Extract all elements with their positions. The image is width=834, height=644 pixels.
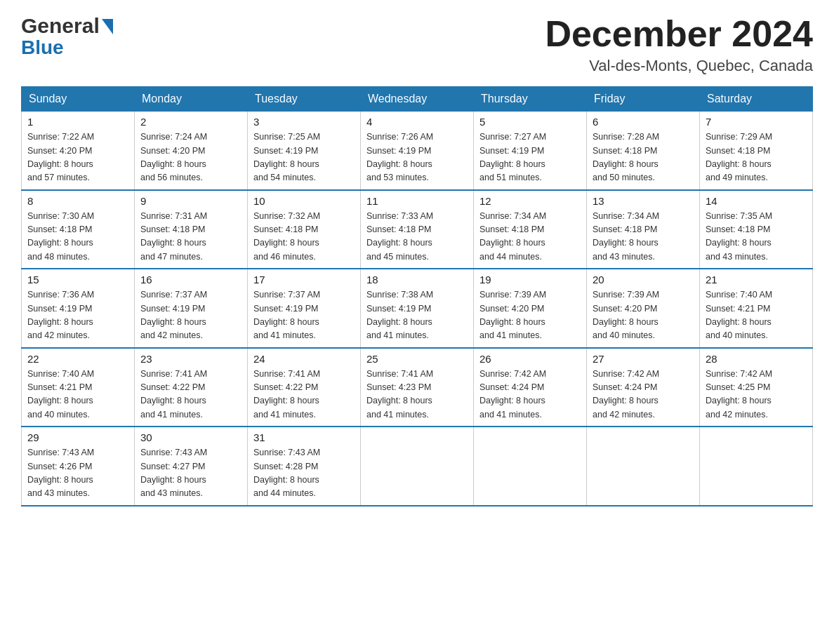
day-info: Sunrise: 7:40 AMSunset: 4:21 PMDaylight:… [27, 368, 128, 422]
day-number: 14 [706, 195, 807, 207]
calendar-cell: 7 Sunrise: 7:29 AMSunset: 4:18 PMDayligh… [700, 112, 813, 190]
day-info: Sunrise: 7:36 AMSunset: 4:19 PMDaylight:… [27, 288, 128, 343]
calendar-week-4: 22 Sunrise: 7:40 AMSunset: 4:21 PMDaylig… [22, 348, 813, 427]
day-info: Sunrise: 7:41 AMSunset: 4:22 PMDaylight:… [253, 368, 355, 422]
calendar-header: SundayMondayTuesdayWednesdayThursdayFrid… [22, 87, 813, 112]
day-info: Sunrise: 7:42 AMSunset: 4:24 PMDaylight:… [593, 368, 694, 422]
day-info: Sunrise: 7:37 AMSunset: 4:19 PMDaylight:… [253, 288, 355, 343]
calendar-cell [474, 427, 587, 506]
day-number: 15 [27, 274, 128, 286]
day-info: Sunrise: 7:42 AMSunset: 4:25 PMDaylight:… [706, 368, 807, 422]
day-number: 29 [27, 431, 128, 443]
calendar-week-1: 1 Sunrise: 7:22 AMSunset: 4:20 PMDayligh… [22, 112, 813, 190]
calendar-cell: 4 Sunrise: 7:26 AMSunset: 4:19 PMDayligh… [361, 112, 474, 190]
header-row: SundayMondayTuesdayWednesdayThursdayFrid… [22, 87, 813, 112]
day-number: 10 [253, 195, 355, 207]
logo-general: General [21, 14, 100, 38]
calendar-cell: 18 Sunrise: 7:38 AMSunset: 4:19 PMDaylig… [361, 269, 474, 348]
day-info: Sunrise: 7:40 AMSunset: 4:21 PMDaylight:… [706, 288, 807, 343]
day-info: Sunrise: 7:41 AMSunset: 4:22 PMDaylight:… [140, 368, 241, 422]
day-info: Sunrise: 7:43 AMSunset: 4:28 PMDaylight:… [253, 446, 355, 501]
calendar-cell: 17 Sunrise: 7:37 AMSunset: 4:19 PMDaylig… [248, 269, 361, 348]
calendar-cell: 6 Sunrise: 7:28 AMSunset: 4:18 PMDayligh… [587, 112, 700, 190]
day-number: 20 [593, 274, 694, 286]
day-info: Sunrise: 7:33 AMSunset: 4:18 PMDaylight:… [366, 210, 468, 264]
day-number: 13 [593, 195, 694, 207]
day-number: 1 [27, 116, 128, 128]
day-info: Sunrise: 7:25 AMSunset: 4:19 PMDaylight:… [253, 130, 355, 185]
calendar-cell: 3 Sunrise: 7:25 AMSunset: 4:19 PMDayligh… [248, 112, 361, 190]
day-info: Sunrise: 7:43 AMSunset: 4:26 PMDaylight:… [27, 446, 128, 501]
calendar-cell: 24 Sunrise: 7:41 AMSunset: 4:22 PMDaylig… [248, 348, 361, 427]
day-info: Sunrise: 7:26 AMSunset: 4:19 PMDaylight:… [366, 130, 468, 185]
day-info: Sunrise: 7:22 AMSunset: 4:20 PMDaylight:… [27, 130, 128, 185]
header-day-thursday: Thursday [474, 87, 587, 112]
day-info: Sunrise: 7:34 AMSunset: 4:18 PMDaylight:… [479, 210, 581, 264]
day-number: 24 [253, 353, 355, 365]
day-number: 19 [479, 274, 581, 286]
title-block: December 2024 Val-des-Monts, Quebec, Can… [545, 14, 813, 75]
calendar-cell: 9 Sunrise: 7:31 AMSunset: 4:18 PMDayligh… [135, 190, 248, 269]
day-info: Sunrise: 7:34 AMSunset: 4:18 PMDaylight:… [593, 210, 694, 264]
calendar-cell [587, 427, 700, 506]
calendar-cell: 1 Sunrise: 7:22 AMSunset: 4:20 PMDayligh… [22, 112, 135, 190]
calendar-cell: 5 Sunrise: 7:27 AMSunset: 4:19 PMDayligh… [474, 112, 587, 190]
calendar-cell: 16 Sunrise: 7:37 AMSunset: 4:19 PMDaylig… [135, 269, 248, 348]
day-number: 4 [366, 116, 468, 128]
calendar-cell: 21 Sunrise: 7:40 AMSunset: 4:21 PMDaylig… [700, 269, 813, 348]
logo: General Blue [21, 14, 113, 59]
calendar-body: 1 Sunrise: 7:22 AMSunset: 4:20 PMDayligh… [22, 112, 813, 506]
calendar-cell: 23 Sunrise: 7:41 AMSunset: 4:22 PMDaylig… [135, 348, 248, 427]
day-info: Sunrise: 7:39 AMSunset: 4:20 PMDaylight:… [593, 288, 694, 343]
calendar-cell: 15 Sunrise: 7:36 AMSunset: 4:19 PMDaylig… [22, 269, 135, 348]
day-info: Sunrise: 7:43 AMSunset: 4:27 PMDaylight:… [140, 446, 241, 501]
day-number: 16 [140, 274, 241, 286]
location: Val-des-Monts, Quebec, Canada [545, 57, 813, 75]
header-day-wednesday: Wednesday [361, 87, 474, 112]
day-info: Sunrise: 7:24 AMSunset: 4:20 PMDaylight:… [140, 130, 241, 185]
day-number: 26 [479, 353, 581, 365]
day-number: 7 [706, 116, 807, 128]
month-title: December 2024 [545, 14, 813, 54]
calendar-cell: 13 Sunrise: 7:34 AMSunset: 4:18 PMDaylig… [587, 190, 700, 269]
page-header: General Blue December 2024 Val-des-Monts… [21, 14, 813, 75]
calendar-table: SundayMondayTuesdayWednesdayThursdayFrid… [21, 86, 813, 507]
day-info: Sunrise: 7:38 AMSunset: 4:19 PMDaylight:… [366, 288, 468, 343]
day-info: Sunrise: 7:35 AMSunset: 4:18 PMDaylight:… [706, 210, 807, 264]
day-number: 8 [27, 195, 128, 207]
day-number: 2 [140, 116, 241, 128]
header-day-saturday: Saturday [700, 87, 813, 112]
calendar-cell: 28 Sunrise: 7:42 AMSunset: 4:25 PMDaylig… [700, 348, 813, 427]
calendar-cell: 26 Sunrise: 7:42 AMSunset: 4:24 PMDaylig… [474, 348, 587, 427]
day-number: 17 [253, 274, 355, 286]
calendar-cell: 20 Sunrise: 7:39 AMSunset: 4:20 PMDaylig… [587, 269, 700, 348]
day-number: 30 [140, 431, 241, 443]
header-day-friday: Friday [587, 87, 700, 112]
calendar-cell: 14 Sunrise: 7:35 AMSunset: 4:18 PMDaylig… [700, 190, 813, 269]
calendar-cell: 8 Sunrise: 7:30 AMSunset: 4:18 PMDayligh… [22, 190, 135, 269]
day-number: 5 [479, 116, 581, 128]
logo-arrow-icon [102, 19, 113, 34]
calendar-cell: 2 Sunrise: 7:24 AMSunset: 4:20 PMDayligh… [135, 112, 248, 190]
day-number: 22 [27, 353, 128, 365]
header-day-monday: Monday [135, 87, 248, 112]
calendar-cell [361, 427, 474, 506]
day-info: Sunrise: 7:30 AMSunset: 4:18 PMDaylight:… [27, 210, 128, 264]
day-number: 18 [366, 274, 468, 286]
calendar-cell: 10 Sunrise: 7:32 AMSunset: 4:18 PMDaylig… [248, 190, 361, 269]
calendar-week-3: 15 Sunrise: 7:36 AMSunset: 4:19 PMDaylig… [22, 269, 813, 348]
calendar-cell: 30 Sunrise: 7:43 AMSunset: 4:27 PMDaylig… [135, 427, 248, 506]
day-info: Sunrise: 7:37 AMSunset: 4:19 PMDaylight:… [140, 288, 241, 343]
calendar-cell: 11 Sunrise: 7:33 AMSunset: 4:18 PMDaylig… [361, 190, 474, 269]
day-info: Sunrise: 7:41 AMSunset: 4:23 PMDaylight:… [366, 368, 468, 422]
day-number: 9 [140, 195, 241, 207]
day-number: 31 [253, 431, 355, 443]
day-number: 27 [593, 353, 694, 365]
day-number: 11 [366, 195, 468, 207]
calendar-cell: 12 Sunrise: 7:34 AMSunset: 4:18 PMDaylig… [474, 190, 587, 269]
header-day-tuesday: Tuesday [248, 87, 361, 112]
calendar-cell: 25 Sunrise: 7:41 AMSunset: 4:23 PMDaylig… [361, 348, 474, 427]
calendar-cell: 19 Sunrise: 7:39 AMSunset: 4:20 PMDaylig… [474, 269, 587, 348]
logo-blue: Blue [21, 36, 64, 59]
day-info: Sunrise: 7:39 AMSunset: 4:20 PMDaylight:… [479, 288, 581, 343]
